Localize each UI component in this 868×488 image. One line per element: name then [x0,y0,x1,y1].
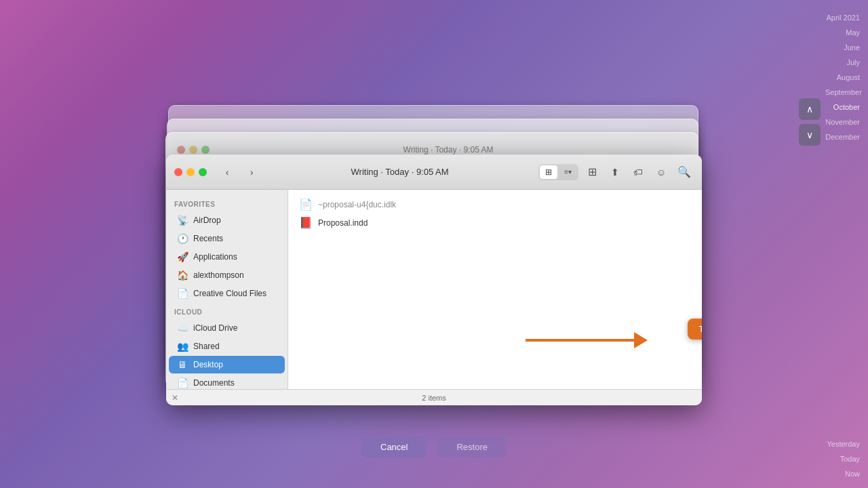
sidebar-label-desktop: Desktop [193,360,223,369]
sidebar-label-recents: Recents [193,234,223,243]
arrow-head [634,332,648,348]
sidebar-item-documents[interactable]: 📄 Documents [169,374,285,389]
tm-label-june[interactable]: June [817,40,868,55]
indesign-file-icon: 📕 [299,216,313,229]
tm-label-december[interactable]: December [817,129,868,144]
finder-body: Favorites 📡 AirDrop 🕐 Recents 🚀 Applicat… [166,190,702,389]
smiley-icon: ☺ [656,167,666,178]
back-button[interactable]: ‹ [218,165,237,179]
chevron-right-icon: › [250,167,254,178]
minimize-button[interactable] [186,168,195,176]
airdrop-icon: 📡 [177,215,188,226]
finder-sidebar: Favorites 📡 AirDrop 🕐 Recents 🚀 Applicat… [166,190,288,389]
arrow-annotation: Today, 9:12 AM [526,332,648,348]
scroll-up-button[interactable]: ∧ [799,98,821,120]
recents-icon: 🕐 [177,233,188,244]
grid-icon: ⊞ [588,165,597,178]
tm-label-yesterday[interactable]: Yesterday [817,436,868,451]
creative-cloud-icon: 📄 [177,288,188,299]
finder-statusbar: ✕ 2 items [166,389,702,405]
finder-window: ‹ › Writing · Today · 9:05 AM ⊞ ≡▾ ⊞ ⬆ 🏷… [166,155,702,405]
close-button[interactable] [174,168,182,176]
lock-file-icon: 📄 [299,198,313,211]
chevron-left-icon: ‹ [226,167,229,178]
tm-label-april[interactable]: April 2021 [817,10,868,25]
item-count: 2 items [422,394,446,402]
file-list: 📄 ~proposal-u4{duc.idlk 📕 Proposal.indd [288,190,702,237]
file-name-lock: ~proposal-u4{duc.idlk [318,200,396,209]
tm-label-august[interactable]: August [817,70,868,85]
column-view-button[interactable]: ⊞ [540,165,557,179]
arrow-line [526,339,634,342]
action-button[interactable]: ☺ [652,163,671,182]
restore-button[interactable]: Restore [437,436,507,458]
finder-toolbar: ‹ › Writing · Today · 9:05 AM ⊞ ≡▾ ⊞ ⬆ 🏷… [166,155,702,190]
home-icon: 🏠 [177,270,188,281]
traffic-lights [174,168,207,176]
window-title: Writing · Today · 9:05 AM [267,167,533,177]
search-icon: 🔍 [677,165,691,178]
tm-label-may[interactable]: May [817,25,868,40]
sidebar-item-applications[interactable]: 🚀 Applications [169,248,285,266]
favorites-header: Favorites [166,195,288,211]
bottom-buttons: Cancel Restore [361,436,507,458]
time-machine-panel: April 2021 May June July August Septembe… [817,0,868,488]
finder-content: 📄 ~proposal-u4{duc.idlk 📕 Proposal.indd … [288,190,702,389]
applications-icon: 🚀 [177,251,188,262]
desktop-icon: 🖥 [177,359,188,370]
tag-button[interactable]: 🏷 [629,163,648,182]
sidebar-label-airdrop: AirDrop [193,216,221,225]
file-item-proposal[interactable]: 📕 Proposal.indd [294,214,696,232]
sidebar-item-airdrop[interactable]: 📡 AirDrop [169,211,285,229]
file-item-lock[interactable]: 📄 ~proposal-u4{duc.idlk [294,195,696,214]
chevron-down-icon: ∨ [806,129,813,140]
sidebar-label-icloud-drive: iCloud Drive [193,323,237,333]
view-toggle: ⊞ ≡▾ [538,164,578,180]
search-button[interactable]: 🔍 [675,163,694,182]
maximize-button[interactable] [199,168,207,176]
tm-label-july[interactable]: July [817,55,868,70]
shared-icon: 👥 [177,341,188,352]
icloud-icon: ☁️ [177,323,188,333]
list-view-button[interactable]: ≡▾ [559,166,577,178]
sidebar-label-documents: Documents [193,378,235,388]
tm-label-september[interactable]: September [817,85,868,100]
sidebar-item-shared[interactable]: 👥 Shared [169,338,285,355]
tm-label-today[interactable]: Today [817,451,868,466]
scroll-down-button[interactable]: ∨ [799,124,821,146]
share-icon: ⬆ [611,167,619,178]
sidebar-item-icloud-drive[interactable]: ☁️ iCloud Drive [169,319,285,337]
today-tooltip: Today, 9:12 AM [688,319,702,340]
sidebar-item-recents[interactable]: 🕐 Recents [169,230,285,247]
toolbar-actions: ⊞ ≡▾ ⊞ ⬆ 🏷 ☺ 🔍 [538,163,694,182]
tm-label-november[interactable]: November [817,115,868,129]
sidebar-item-creative-cloud[interactable]: 📄 Creative Cloud Files [169,285,285,302]
documents-icon: 📄 [177,378,188,388]
statusbar-close-button[interactable]: ✕ [172,393,178,403]
sidebar-label-home: alexthompson [193,270,244,280]
chevron-up-icon: ∧ [806,104,813,115]
tag-icon: 🏷 [633,167,643,178]
tm-label-now[interactable]: Now [817,466,868,481]
grid-view-button[interactable]: ⊞ [583,163,601,182]
scroll-navigation: ∧ ∨ [799,98,821,146]
icloud-header: iCloud [166,303,288,319]
file-name-proposal: Proposal.indd [318,218,368,228]
cancel-button[interactable]: Cancel [361,436,427,458]
sidebar-label-applications: Applications [193,252,237,262]
sidebar-label-shared: Shared [193,342,220,351]
forward-button[interactable]: › [242,165,261,179]
sidebar-item-home[interactable]: 🏠 alexthompson [169,266,285,284]
sidebar-label-creative-cloud: Creative Cloud Files [193,289,267,298]
share-button[interactable]: ⬆ [606,163,625,182]
sidebar-item-desktop[interactable]: 🖥 Desktop [169,356,285,373]
tm-label-october[interactable]: October [817,100,868,115]
